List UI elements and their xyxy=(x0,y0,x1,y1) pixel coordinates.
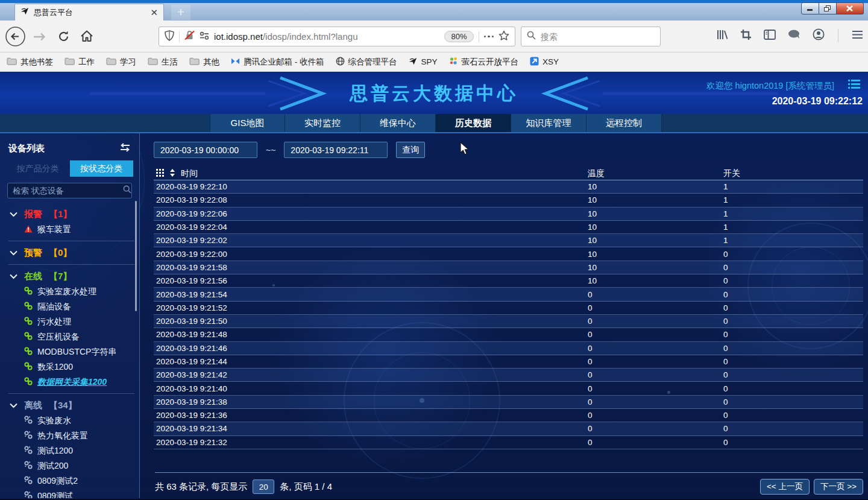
table-row[interactable]: 2020-03-19 9:21:48 0 0 xyxy=(154,328,863,341)
device-item[interactable]: 0809测试2 xyxy=(0,473,139,489)
permissions-icon[interactable] xyxy=(200,31,209,42)
bookmark-link[interactable]: 腾讯企业邮箱 - 收件箱 xyxy=(231,57,324,68)
close-button[interactable] xyxy=(837,2,864,14)
device-item-selected[interactable]: 数据网关采集1200 xyxy=(0,375,139,390)
table-row[interactable]: 2020-03-19 9:21:40 0 0 xyxy=(154,382,863,395)
url-bar[interactable]: iot.idosp.net/idosp/index.html?langu 80% xyxy=(159,27,515,46)
table-row[interactable]: 2020-03-19 9:21:54 0 0 xyxy=(154,288,863,301)
table-row[interactable]: 2020-03-19 9:22:06 10 1 xyxy=(154,207,863,221)
search-input[interactable] xyxy=(541,32,655,42)
table-row[interactable]: 2020-03-19 9:21:56 10 0 xyxy=(154,274,863,288)
nav-tab[interactable]: 维保中心 xyxy=(360,114,436,132)
bookmark-link[interactable]: XSY xyxy=(530,57,559,68)
sidebar-group-offline[interactable]: 离线 【34】 xyxy=(0,397,139,413)
sort-icon[interactable] xyxy=(169,169,175,179)
bookmark-folder[interactable]: 学习 xyxy=(106,57,136,68)
device-item[interactable]: 空压机设备 xyxy=(0,329,139,344)
start-datetime-input[interactable] xyxy=(154,142,257,158)
device-search-input[interactable] xyxy=(13,186,119,195)
table-row[interactable]: 2020-03-19 9:21:38 0 0 xyxy=(154,396,863,409)
tab-by-status[interactable]: 按状态分类 xyxy=(70,160,134,177)
sidebar-toggle-icon[interactable] xyxy=(764,30,776,42)
device-item[interactable]: 污水处理 xyxy=(0,314,139,329)
table-row[interactable]: 2020-03-19 9:22:04 10 1 xyxy=(154,221,863,234)
device-item[interactable]: 实验室废水处理 xyxy=(0,284,139,299)
table-row[interactable]: 2020-03-19 9:21:58 10 0 xyxy=(154,261,863,274)
chevron-down-icon[interactable] xyxy=(10,400,17,411)
column-header-temperature[interactable]: 温度 xyxy=(588,168,723,179)
new-tab-button[interactable]: + xyxy=(171,5,190,20)
sidebar-group-warning[interactable]: 预警 【0】 xyxy=(0,245,139,261)
screenshot-icon[interactable] xyxy=(740,29,752,43)
forward-button[interactable] xyxy=(33,31,47,45)
bookmark-link[interactable]: 综合管理平台 xyxy=(336,57,397,68)
table-row[interactable]: 2020-03-19 9:21:44 0 0 xyxy=(154,355,863,369)
minimize-button[interactable] xyxy=(801,2,819,14)
device-item[interactable]: 隔油设备 xyxy=(0,299,139,314)
nav-tab[interactable]: 远程控制 xyxy=(587,114,662,132)
device-item[interactable]: 数采1200 xyxy=(0,359,139,375)
grid-icon[interactable] xyxy=(156,169,164,179)
device-item[interactable]: 热力氧化装置 xyxy=(0,428,139,443)
table-row[interactable]: 2020-03-19 9:22:02 10 1 xyxy=(154,234,863,247)
reload-icon[interactable] xyxy=(57,30,70,45)
browser-tab[interactable]: 思普云平台 ✕ xyxy=(14,4,164,21)
page-actions-icon[interactable] xyxy=(484,36,494,38)
device-search[interactable] xyxy=(7,183,132,198)
tab-by-product[interactable]: 按产品分类 xyxy=(6,160,70,177)
sidebar-group-alarm[interactable]: 报警 【1】 xyxy=(0,206,139,222)
bookmark-folder[interactable]: 工作 xyxy=(64,57,95,68)
chevron-down-icon[interactable] xyxy=(10,247,17,258)
table-row[interactable]: 2020-03-19 9:22:10 10 1 xyxy=(154,180,863,194)
bookmark-folder[interactable]: 其他 xyxy=(189,57,219,68)
sidebar-group-online[interactable]: 在线 【7】 xyxy=(0,268,139,284)
table-row[interactable]: 2020-03-19 9:22:00 10 0 xyxy=(154,247,863,261)
device-item[interactable]: 实验废水 xyxy=(0,413,139,428)
column-header-switch[interactable]: 开关 xyxy=(723,168,863,179)
device-item[interactable]: MODBUSTCP字符串 xyxy=(0,344,139,359)
table-row[interactable]: 2020-03-19 9:21:42 0 0 xyxy=(154,369,863,382)
table-row[interactable]: 2020-03-19 9:21:32 0 0 xyxy=(154,436,863,449)
device-item[interactable]: 测试200 xyxy=(0,458,139,473)
collapse-swap-icon[interactable] xyxy=(119,143,131,154)
url-text[interactable]: iot.idosp.net/idosp/index.html?langu xyxy=(214,31,439,42)
end-datetime-input[interactable] xyxy=(284,142,388,158)
bookmark-folder[interactable]: 其他书签 xyxy=(7,57,53,68)
sidebar-scrollbar[interactable] xyxy=(135,201,137,311)
header-menu-icon[interactable] xyxy=(848,79,860,92)
nav-tab[interactable]: 实时监控 xyxy=(285,114,360,132)
column-header-time[interactable]: 时间 xyxy=(181,168,198,179)
bookmark-folder[interactable]: 生活 xyxy=(148,57,178,68)
table-row[interactable]: 2020-03-19 9:22:08 10 1 xyxy=(154,194,863,207)
restore-button[interactable] xyxy=(819,2,837,14)
back-button[interactable] xyxy=(5,26,26,49)
table-row[interactable]: 2020-03-19 9:21:46 0 0 xyxy=(154,342,863,355)
search-icon[interactable] xyxy=(123,185,131,196)
tab-close-icon[interactable]: ✕ xyxy=(150,8,158,17)
nav-tab[interactable]: 知识库管理 xyxy=(511,114,587,132)
bookmark-link[interactable]: 萤石云开放平台 xyxy=(449,57,519,68)
table-row[interactable]: 2020-03-19 9:21:50 0 0 xyxy=(154,315,863,328)
table-row[interactable]: 2020-03-19 9:21:36 0 0 xyxy=(154,409,863,422)
chevron-down-icon[interactable] xyxy=(10,271,17,282)
table-row[interactable]: 2020-03-19 9:21:52 0 0 xyxy=(154,302,863,315)
account-icon[interactable] xyxy=(813,28,825,43)
nav-tab[interactable]: GIS地图 xyxy=(210,114,285,132)
insecure-lock-icon[interactable] xyxy=(184,30,195,43)
library-icon[interactable] xyxy=(716,29,728,43)
shield-icon[interactable] xyxy=(165,30,174,43)
nav-tab[interactable]: 历史数据 xyxy=(436,114,511,132)
next-page-button[interactable]: 下一页 >> xyxy=(814,479,863,495)
prev-page-button[interactable]: << 上一页 xyxy=(760,479,810,495)
query-button[interactable]: 查询 xyxy=(396,142,425,158)
bookmark-link[interactable]: SPY xyxy=(409,57,438,68)
chevron-down-icon[interactable] xyxy=(10,209,17,220)
table-row[interactable]: 2020-03-19 9:21:34 0 0 xyxy=(154,422,863,435)
device-item[interactable]: 测试1200 xyxy=(0,443,139,458)
zoom-level-badge[interactable]: 80% xyxy=(444,31,473,42)
page-size-input[interactable] xyxy=(253,479,274,494)
bookmark-star-icon[interactable] xyxy=(498,30,509,43)
home-icon[interactable] xyxy=(80,30,93,45)
browser-search[interactable] xyxy=(521,27,661,46)
device-item[interactable]: 猴车装置 xyxy=(0,222,139,237)
